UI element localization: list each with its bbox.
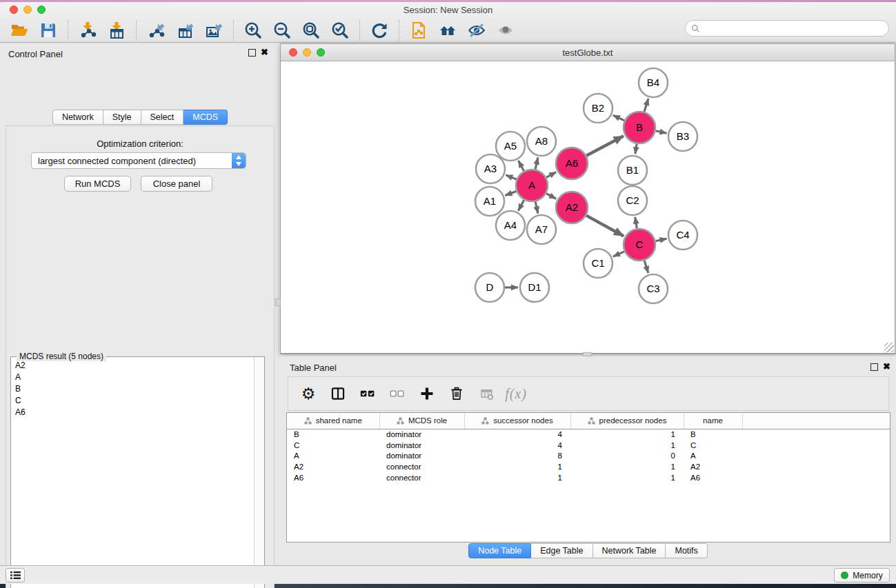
save-session-icon[interactable]	[39, 21, 58, 40]
table-cell[interactable]: 4	[464, 440, 570, 451]
zoom-selected-icon[interactable]	[330, 21, 350, 40]
search-input[interactable]	[704, 23, 883, 33]
table-cell[interactable]: A2	[287, 461, 379, 472]
graph-node-A8[interactable]: A8	[527, 127, 556, 156]
zoom-fit-icon[interactable]	[301, 21, 321, 40]
table-cell[interactable]: 0	[570, 450, 684, 461]
table-cell[interactable]: dominator	[379, 429, 464, 440]
table-tab-network-table[interactable]: Network Table	[593, 543, 666, 558]
search-field[interactable]	[685, 20, 889, 37]
result-item[interactable]: B	[11, 383, 254, 394]
add-column-icon[interactable]	[418, 385, 436, 403]
graph-node-A2[interactable]: A2	[556, 192, 588, 223]
show-all-icon[interactable]	[496, 21, 515, 40]
graph-edge-B-B4[interactable]	[644, 99, 648, 112]
graph-node-C[interactable]: C	[624, 229, 655, 261]
table-cell[interactable]: A6	[684, 472, 742, 483]
result-list-scrollbar[interactable]	[254, 357, 264, 588]
graph-node-C1[interactable]: C1	[584, 249, 613, 278]
tab-style[interactable]: Style	[103, 110, 141, 125]
network-canvas[interactable]: B4B2BB3A5A8A6B1A3AC2A1A2A4A7C4CC1C3DD1	[281, 61, 895, 353]
close-panel-icon[interactable]: ✖	[261, 47, 268, 57]
table-cell[interactable]: 8	[464, 450, 570, 461]
result-item[interactable]: A	[11, 371, 254, 383]
zoom-out-icon[interactable]	[272, 21, 292, 40]
import-network-icon[interactable]	[78, 21, 97, 40]
table-cell[interactable]: 1	[464, 472, 570, 483]
table-cell[interactable]: dominator	[379, 440, 464, 451]
table-cell[interactable]: 4	[464, 429, 570, 440]
result-item[interactable]: C	[11, 394, 254, 406]
graph-node-D[interactable]: D	[475, 273, 504, 302]
graph-edge-C-C3[interactable]	[644, 261, 648, 273]
graph-edge-A-A7[interactable]	[535, 201, 538, 213]
split-columns-icon[interactable]	[329, 385, 347, 403]
close-panel-button[interactable]: Close panel	[141, 176, 212, 192]
task-history-button[interactable]	[6, 568, 25, 582]
graph-node-D1[interactable]: D1	[520, 273, 549, 302]
memory-button[interactable]: Memory	[834, 568, 890, 582]
export-image-icon[interactable]	[204, 21, 223, 40]
table-row[interactable]: Adominator80A	[287, 450, 890, 461]
graph-edge-C-C1[interactable]	[613, 252, 624, 256]
graph-node-A6[interactable]: A6	[556, 148, 588, 179]
result-item[interactable]: A2	[11, 359, 254, 371]
column-header-name[interactable]: name	[684, 413, 742, 429]
table-cell[interactable]: dominator	[379, 450, 464, 461]
table-cell[interactable]: A6	[287, 472, 379, 483]
export-table-icon[interactable]	[175, 21, 195, 40]
float-panel-icon[interactable]	[248, 49, 256, 57]
graph-node-B[interactable]: B	[624, 112, 655, 143]
graph-node-A5[interactable]: A5	[496, 132, 525, 161]
titlebar[interactable]: Session: New Session	[0, 2, 896, 17]
run-mcds-button[interactable]: Run MCDS	[64, 176, 131, 192]
function-builder-icon[interactable]: f(x)	[507, 385, 525, 403]
tab-mcds[interactable]: MCDS	[183, 110, 228, 125]
column-header-successor-nodes[interactable]: successor nodes	[464, 413, 570, 429]
vertical-splitter-grip[interactable]	[275, 298, 281, 306]
graph-edge-A-A8[interactable]	[535, 157, 538, 169]
window-resize-grip[interactable]	[884, 343, 894, 352]
graph-edge-A-A3[interactable]	[506, 175, 516, 179]
column-header-predecessor-nodes[interactable]: predecessor nodes	[570, 413, 684, 429]
table-float-panel-icon[interactable]	[870, 363, 878, 371]
hide-selected-icon[interactable]	[467, 21, 486, 40]
result-item[interactable]: A6	[11, 406, 254, 418]
criterion-dropdown[interactable]: largest connected component (directed)	[31, 152, 246, 169]
table-cell[interactable]: 1	[570, 429, 684, 440]
first-neighbors-icon[interactable]	[438, 21, 457, 40]
graph-edge-B-B3[interactable]	[656, 131, 667, 133]
table-row[interactable]: Bdominator41B	[287, 429, 890, 440]
settings-icon[interactable]: ⚙	[299, 385, 317, 403]
graph-node-A7[interactable]: A7	[527, 215, 556, 244]
zoom-in-icon[interactable]	[243, 21, 263, 40]
table-cell[interactable]: 1	[570, 461, 684, 472]
graph-node-A1[interactable]: A1	[475, 187, 504, 216]
graph-edge-B-B2[interactable]	[613, 115, 625, 121]
table-cell[interactable]: B	[684, 429, 742, 440]
graph-edge-A-A1[interactable]	[505, 191, 516, 195]
table-cell[interactable]: A2	[684, 461, 742, 472]
export-network-icon[interactable]	[146, 21, 166, 40]
network-window-titlebar[interactable]: testGlobe.txt	[281, 44, 895, 61]
import-table-icon[interactable]	[107, 21, 126, 40]
table-cell[interactable]: A	[287, 450, 379, 461]
graph-node-A[interactable]: A	[516, 170, 548, 201]
table-row[interactable]: Cdominator41C	[287, 440, 890, 451]
table-close-panel-icon[interactable]: ✖	[883, 361, 890, 372]
table-row[interactable]: A6connector11A6	[287, 472, 890, 483]
graph-node-A3[interactable]: A3	[476, 154, 505, 183]
table-cell[interactable]: B	[287, 429, 379, 440]
column-header-shared-name[interactable]: shared name	[287, 413, 379, 429]
tab-network[interactable]: Network	[52, 110, 103, 125]
table-tab-node-table[interactable]: Node Table	[468, 543, 531, 558]
graph-edge-A-A6[interactable]	[546, 172, 556, 178]
table-cell[interactable]: C	[287, 440, 379, 451]
graph-node-B4[interactable]: B4	[639, 68, 668, 97]
deselect-all-columns-icon[interactable]	[388, 385, 406, 403]
select-all-columns-icon[interactable]	[359, 385, 377, 403]
table-cell[interactable]: 1	[464, 461, 570, 472]
graph-node-C2[interactable]: C2	[618, 186, 647, 215]
graph-node-B1[interactable]: B1	[618, 156, 647, 185]
graph-edge-A6-B[interactable]	[586, 136, 624, 156]
